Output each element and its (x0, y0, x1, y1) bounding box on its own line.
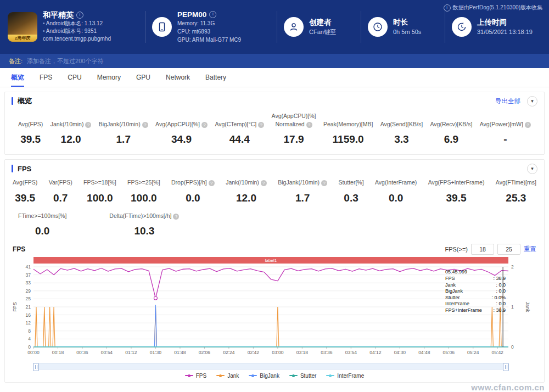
app-info: 2周年庆 和平精英 Android版本名: 1.13.12 Android版本号… (8, 11, 138, 43)
svg-text:8: 8 (28, 328, 31, 334)
app-version-code: Android版本号: 9351 (43, 27, 111, 35)
metric-label: BigJank(/10min) (278, 178, 327, 187)
tab-GPU[interactable]: GPU (136, 68, 150, 87)
metric-label: Drop(FPS)[/h] (171, 178, 215, 187)
creator-value: CFan键至 (309, 28, 336, 36)
collapse-fps-button[interactable] (527, 164, 537, 174)
chart-scrollbar[interactable] (33, 363, 508, 369)
metric: FTime>=100ms[%]0.0 (18, 212, 66, 237)
svg-text:03:54: 03:54 (345, 350, 357, 355)
help-icon[interactable] (321, 180, 327, 186)
device-info-icon[interactable] (209, 11, 216, 18)
legend-item-Jank[interactable]: Jank (216, 373, 239, 379)
tab-bar: 概览FPSCPUMemoryGPUNetworkBattery (0, 68, 549, 87)
svg-text:01:48: 01:48 (174, 350, 186, 355)
note-label: 备注: (9, 57, 23, 65)
metric-value: 17.9 (272, 133, 316, 145)
tab-Memory[interactable]: Memory (97, 68, 121, 87)
metric: Var(FPS)0.7 (49, 178, 72, 204)
svg-text:05:42: 05:42 (492, 350, 504, 355)
legend-item-FPS[interactable]: FPS (185, 373, 206, 379)
collapse-overview-button[interactable] (527, 96, 537, 107)
metric-value: 100.0 (127, 192, 160, 204)
device-model: PEPM00 (177, 10, 206, 19)
chart-title: FPS (13, 245, 25, 253)
metric-label: Avg(CTemp)[°C] (215, 120, 264, 128)
upload-info: 上传时间 31/05/2021 13:18:19 (452, 17, 541, 37)
svg-text:Jank: Jank (525, 301, 530, 312)
svg-text:03:18: 03:18 (296, 350, 309, 355)
tooltip-row: InterFrame: 0.0 (445, 301, 506, 307)
svg-text:04:12: 04:12 (369, 350, 382, 355)
metric: Stutter[%]0.3 (338, 178, 363, 204)
section-accent (12, 165, 13, 172)
legend-item-InterFrame[interactable]: InterFrame (326, 373, 364, 379)
metric: Avg(Recv)[KB/s]6.9 (430, 120, 473, 145)
duration-value: 0h 5m 50s (393, 28, 421, 36)
svg-text:0: 0 (511, 344, 514, 350)
tab-Battery[interactable]: Battery (205, 68, 226, 87)
fps-chart-block: FPS FPS(>=) 重置 label10481216212529333741… (5, 244, 544, 382)
note-placeholder[interactable]: 添加备注，不超过200个字符 (27, 57, 103, 65)
scrollbar-left-handle[interactable] (33, 363, 39, 371)
metric-value: 12.0 (226, 192, 267, 204)
export-all-link[interactable]: 导出全部 (495, 97, 520, 105)
help-icon[interactable] (306, 122, 312, 128)
metric: FPS>=18[%]100.0 (83, 178, 116, 204)
help-icon[interactable] (142, 122, 148, 128)
fps-threshold-input-2[interactable] (497, 244, 520, 255)
metric-label: FPS>=25[%] (127, 178, 160, 187)
tab-FPS[interactable]: FPS (40, 68, 52, 87)
legend-item-Stutter[interactable]: Stutter (289, 373, 316, 379)
history-clock-icon (452, 17, 472, 37)
overview-title: 概览 (18, 96, 32, 106)
tooltip-row: BigJank: 0.0 (445, 288, 506, 295)
legend-item-BigJank[interactable]: BigJank (249, 373, 279, 379)
note-bar[interactable]: 备注: 添加备注，不超过200个字符 (0, 54, 549, 68)
app-version-name: Android版本名: 1.13.12 (43, 20, 111, 27)
app-badge: 2周年庆 (8, 35, 37, 42)
svg-text:05:24: 05:24 (467, 350, 479, 355)
phone-icon (152, 17, 172, 37)
chart-legend: FPSJankBigJankStutterInterFrame (12, 373, 537, 379)
scrollbar-right-handle[interactable] (503, 363, 509, 371)
svg-text:02:42: 02:42 (248, 350, 260, 355)
device-memory: Memory: 11.3G (177, 19, 241, 27)
help-icon[interactable] (525, 122, 531, 128)
metric: Avg(AppCPU)[%]34.9 (155, 120, 208, 145)
metric: Avg(AppCPU)[%]Normalized17.9 (272, 112, 316, 145)
metric-value: 100.0 (83, 192, 116, 204)
svg-text:02:24: 02:24 (223, 350, 235, 355)
help-icon[interactable] (261, 180, 267, 186)
fps-metrics-row2: FTime>=100ms[%]0.0Delta(FTime)>100ms[/h]… (5, 212, 544, 244)
fps-chart-area: label1048121621252933374101200:0000:1800… (12, 257, 537, 361)
device-info: PEPM00 Memory: 11.3G CPU: mt6893 GPU: AR… (152, 10, 270, 44)
upload-value: 31/05/2021 13:18:19 (477, 28, 533, 36)
clock-icon (368, 17, 388, 37)
metric: Avg(InterFrame)0.0 (375, 178, 417, 204)
metric-label: Avg(Recv)[KB/s] (430, 120, 473, 128)
svg-text:03:36: 03:36 (321, 350, 333, 355)
fps-threshold-input-1[interactable] (471, 244, 494, 255)
metric-label: Avg(FPS) (13, 178, 37, 187)
help-icon[interactable] (209, 180, 215, 186)
help-icon[interactable] (258, 122, 264, 128)
svg-text:04:48: 04:48 (418, 350, 430, 355)
app-name: 和平精英 (43, 11, 74, 19)
device-cpu: CPU: mt6893 (177, 27, 241, 36)
metric-label: FTime>=100ms[%] (18, 212, 66, 220)
reset-link[interactable]: 重置 (524, 245, 536, 253)
help-icon[interactable] (173, 214, 179, 220)
duration-info: 时长 0h 5m 50s (368, 17, 438, 37)
help-icon[interactable] (85, 122, 91, 128)
metric: Avg(FPS)39.5 (18, 120, 43, 145)
tab-Network[interactable]: Network (166, 68, 190, 87)
fps-card: FPS Avg(FPS)39.5Var(FPS)0.7FPS>=18[%]100… (4, 159, 545, 382)
metric-label: Avg(Power)[mW] (480, 120, 531, 128)
svg-text:1: 1 (511, 304, 514, 310)
help-icon[interactable] (201, 122, 208, 128)
app-info-icon[interactable] (76, 12, 83, 19)
svg-text:25: 25 (26, 296, 31, 301)
tab-CPU[interactable]: CPU (68, 68, 81, 87)
tab-概览[interactable]: 概览 (11, 68, 24, 87)
